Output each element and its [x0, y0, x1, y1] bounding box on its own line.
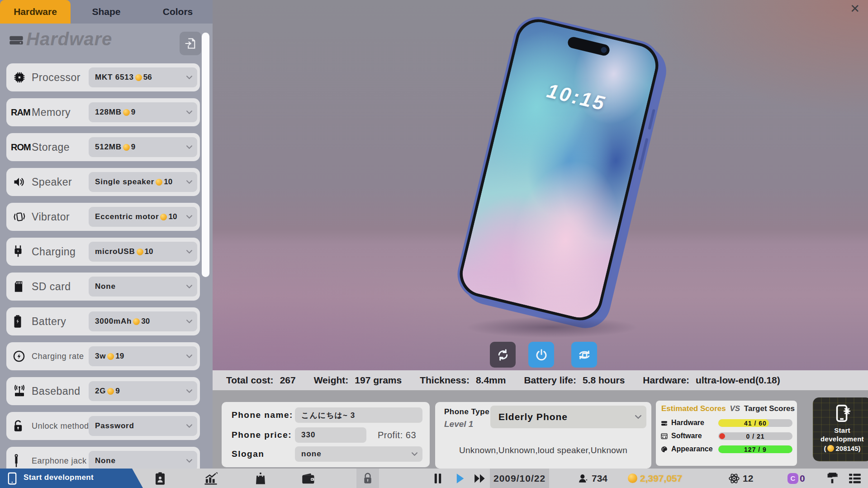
start-development-button[interactable]: Start development ( 208145 )	[813, 397, 868, 461]
research-counter[interactable]: 12	[728, 469, 753, 488]
row-charging: Charging microUSB 10	[6, 238, 200, 266]
phone-type-panel: Phone Type Level 1 Elderly Phone Unknown…	[435, 402, 651, 469]
menu-list-button[interactable]	[846, 469, 864, 488]
close-icon[interactable]: ✕	[850, 3, 860, 14]
row-unlock-method: Unlock method Password	[6, 412, 200, 440]
pause-button[interactable]	[431, 469, 445, 488]
memory-dropdown[interactable]: 128MB 9	[89, 102, 197, 122]
vibrator-dropdown[interactable]: Eccentric motor 10	[89, 207, 197, 227]
play-icon	[455, 473, 465, 484]
phone-3d-model[interactable]: 10:15	[452, 12, 666, 328]
staff-badge-button[interactable]	[151, 469, 169, 488]
shop-button[interactable]	[251, 469, 270, 488]
appearance-score-text: 127 / 9	[718, 445, 792, 453]
finance-button[interactable]	[299, 469, 318, 488]
phone-screen-wallpaper: 10:15	[458, 18, 659, 321]
hardware-score-text: 41 / 60	[718, 419, 792, 427]
rotate-icon	[496, 348, 510, 362]
charging-rate-dropdown[interactable]: 3w 19	[89, 346, 197, 366]
chevron-down-icon	[186, 110, 192, 114]
memory-cost: 9	[131, 108, 135, 117]
speaker-label: Speaker	[32, 176, 72, 188]
play-button[interactable]	[452, 469, 468, 488]
phone-type-title: Phone Type	[444, 407, 489, 416]
ram-icon: RAM	[11, 107, 30, 118]
sd-card-label: SD card	[32, 281, 71, 293]
processor-value: MKT 6513	[95, 73, 134, 82]
chevron-down-icon	[412, 452, 417, 456]
export-config-button[interactable]	[180, 32, 201, 55]
paren-close: )	[859, 445, 861, 452]
tab-hardware[interactable]: Hardware	[0, 0, 71, 24]
sd-card-value: None	[95, 282, 116, 291]
phone-type-dropdown[interactable]: Elderly Phone	[490, 406, 646, 428]
tab-colors[interactable]: Colors	[144, 0, 212, 24]
baseband-antenna-icon	[13, 385, 28, 397]
market-stats-button[interactable]	[201, 469, 221, 488]
power-screen-button[interactable]	[528, 342, 554, 368]
chevron-down-icon	[186, 285, 192, 288]
baseband-value: 2G	[95, 387, 106, 396]
sidebar-scrollbar-thumb[interactable]	[202, 33, 209, 277]
hardware-score-bar: 41 / 60	[718, 419, 792, 427]
start-development-label: Start development	[813, 426, 868, 444]
paint-button[interactable]	[823, 469, 841, 488]
charging-dropdown[interactable]: microUSB 10	[89, 242, 197, 262]
row-sd-card: SD card None	[6, 273, 200, 301]
fast-forward-button[interactable]	[471, 469, 489, 488]
fans-counter[interactable]: 734	[578, 469, 607, 488]
stats-bar: Total cost:267 Weight:197 grams Thicknes…	[213, 370, 868, 390]
target-scores-label: Target Scores	[744, 404, 795, 413]
row-speaker: Speaker Single speaker 10	[6, 168, 200, 196]
phone-identity-panel: Phone name: こんにちは~ 3 Phone price: 330 Pr…	[222, 402, 430, 467]
phone-type-value: Elderly Phone	[498, 411, 568, 422]
phone-name-input[interactable]: こんにちは~ 3	[295, 407, 422, 423]
locked-feature-button[interactable]	[356, 469, 379, 488]
phone-gear-icon	[832, 403, 853, 424]
c-coin-icon: C	[787, 473, 798, 484]
row-storage: ROM Storage 512MB 9	[6, 133, 200, 161]
hardware-sidebar: Hardware Shape Colors Hardware	[0, 0, 213, 469]
rotate-device-icon	[578, 348, 591, 362]
unlock-method-dropdown[interactable]: Password	[89, 416, 197, 436]
earphone-jack-dropdown[interactable]: None	[89, 451, 197, 471]
chevron-down-icon	[186, 459, 192, 463]
storage-dropdown[interactable]: 512MB 9	[89, 137, 197, 157]
currency-c-counter[interactable]: C 0	[787, 469, 805, 488]
hardware-icon	[660, 419, 668, 427]
weight-value: 197 grams	[355, 375, 402, 386]
total-cost-value: 267	[280, 375, 296, 386]
sd-card-dropdown[interactable]: None	[89, 277, 197, 297]
game-date[interactable]: 2009/10/22	[490, 469, 549, 488]
speaker-icon	[13, 177, 28, 187]
money-counter[interactable]: 2,397,057	[628, 469, 682, 488]
appearance-score-row: Appearance 127 / 9	[660, 445, 792, 454]
appearance-icon	[660, 445, 668, 453]
tab-shape[interactable]: Shape	[72, 0, 140, 24]
rotate-phone-button[interactable]	[571, 342, 597, 368]
coin-icon	[123, 144, 130, 151]
phone-name-value: こんにちは~ 3	[301, 410, 355, 421]
phone-price-label: Phone price:	[232, 430, 292, 440]
slogan-dropdown[interactable]: none	[295, 446, 422, 462]
phone-price-input[interactable]: 330	[295, 427, 366, 443]
speaker-dropdown[interactable]: Single speaker 10	[89, 172, 197, 192]
charging-label: Charging	[32, 246, 76, 258]
processor-cost: 56	[143, 73, 152, 82]
money-value: 2,397,057	[640, 473, 682, 484]
id-badge-icon	[154, 472, 166, 485]
battery-dropdown[interactable]: 3000mAh 30	[89, 311, 197, 331]
memory-value: 128MB	[95, 108, 122, 117]
baseband-label: Baseband	[32, 385, 81, 397]
coin-icon	[827, 445, 834, 452]
vibrator-label: Vibrator	[32, 211, 70, 223]
row-baseband: Baseband 2G 9	[6, 377, 200, 405]
baseband-cost: 9	[115, 387, 119, 396]
camera-dot	[600, 46, 607, 53]
rotate-view-button[interactable]	[490, 342, 516, 368]
phone-type-level: Level 1	[444, 419, 473, 429]
baseband-dropdown[interactable]: 2G 9	[89, 381, 197, 401]
processor-dropdown[interactable]: MKT 6513 56	[89, 67, 197, 87]
storage-label: Storage	[32, 141, 70, 153]
software-score-bar: 0 / 21	[718, 432, 792, 440]
